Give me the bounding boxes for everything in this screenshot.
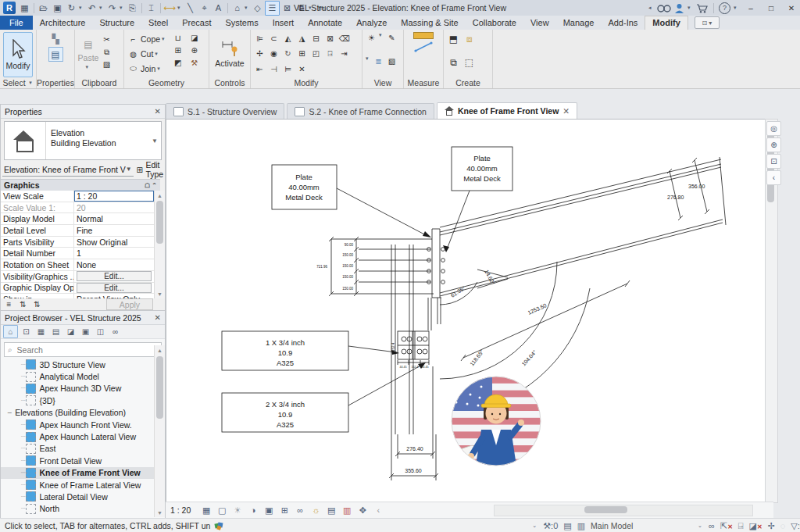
- crop-view-icon[interactable]: ▣: [262, 504, 275, 516]
- trim-corner-icon[interactable]: ⌫: [338, 33, 350, 45]
- scale-icon[interactable]: ◰: [310, 48, 322, 59]
- panel-label-geometry[interactable]: Geometry: [124, 77, 209, 88]
- worksets-panel-icon[interactable]: ▤: [563, 521, 571, 531]
- delete-icon[interactable]: ✕: [296, 63, 308, 75]
- project-browser-close-icon[interactable]: ✕: [155, 313, 161, 322]
- view-tab-close-icon[interactable]: ✕: [562, 106, 570, 116]
- tree-item[interactable]: ┄Analytical Model: [1, 370, 165, 382]
- pin-icon[interactable]: ⍈: [324, 48, 336, 59]
- open-icon[interactable]: 🗁: [37, 2, 50, 15]
- browser-schedules-icon[interactable]: ▤: [49, 326, 62, 337]
- tree-item[interactable]: ┄East: [1, 443, 165, 455]
- dimension-caret-icon[interactable]: ▾: [177, 5, 183, 11]
- properties-palette-icon[interactable]: ▤: [48, 47, 63, 62]
- tree-item[interactable]: ┄Lateral Detail View: [1, 491, 165, 502]
- rotate-icon[interactable]: ↻: [282, 48, 294, 59]
- browser-families-icon[interactable]: ◪: [64, 326, 77, 337]
- steering-wheel-icon[interactable]: ◎: [766, 121, 781, 136]
- active-workset-dropdown[interactable]: Main Model: [591, 521, 692, 530]
- property-row[interactable]: Visibility/Graphics ...Edit...: [1, 271, 154, 283]
- status-caret-icon[interactable]: ⌄: [532, 523, 538, 529]
- tab-architecture[interactable]: Architecture: [33, 16, 93, 30]
- tab-analyze[interactable]: Analyze: [349, 16, 394, 30]
- browser-views-icon[interactable]: ⌂: [3, 325, 18, 338]
- tree-group-elevations[interactable]: −Elevations (Building Elevation): [1, 407, 165, 419]
- properties-scrollbar[interactable]: ▲▼: [154, 191, 165, 298]
- property-row[interactable]: View Scale1 : 20: [1, 191, 154, 202]
- close-button[interactable]: ✕: [783, 1, 800, 16]
- sort-descending-icon[interactable]: ⇅: [31, 298, 43, 310]
- detail-level-icon[interactable]: ▦: [200, 504, 212, 516]
- copy-icon[interactable]: ◉: [268, 48, 280, 59]
- cut-clipboard-icon[interactable]: ✂: [101, 34, 112, 45]
- offset-icon[interactable]: ⊂: [268, 33, 280, 45]
- tab-modify[interactable]: Modify: [645, 16, 688, 30]
- collapse-icon[interactable]: ◂: [648, 5, 654, 11]
- copy-clipboard-icon[interactable]: ⧉: [101, 46, 112, 58]
- tree-item[interactable]: ┄3D Structure View: [1, 359, 165, 370]
- sort-ascending-icon[interactable]: ⇅: [17, 298, 29, 310]
- linework-icon[interactable]: ✎: [386, 32, 398, 44]
- browser-search-box[interactable]: ⌕: [4, 342, 162, 357]
- activate-controls-button[interactable]: Activate: [215, 32, 245, 76]
- hammer-icon[interactable]: ⚒: [188, 57, 200, 69]
- apply-button[interactable]: Apply: [106, 298, 153, 310]
- property-row[interactable]: Scale Value 1:20: [1, 202, 154, 214]
- horizontal-scrollbar[interactable]: [494, 505, 753, 516]
- vcb-expand-icon[interactable]: ‹: [372, 504, 384, 516]
- undo-caret-icon[interactable]: ▾: [99, 5, 105, 11]
- zoom-region-icon[interactable]: ⊡: [766, 154, 781, 169]
- displace-elements-icon[interactable]: ✥: [356, 504, 369, 516]
- type-selector-caret-icon[interactable]: ▼: [152, 122, 161, 159]
- switch-caret-icon[interactable]: ▾: [309, 5, 314, 11]
- view-tab-s1[interactable]: S.1 - Structure Overview: [166, 103, 284, 119]
- property-row[interactable]: Display ModelNormal: [1, 213, 154, 225]
- tree-item[interactable]: ┄Front Detail View: [1, 455, 165, 466]
- tree-item[interactable]: ┄Apex Haunch Lateral View: [1, 430, 165, 442]
- design-options-icon[interactable]: ▥: [577, 521, 585, 531]
- workset-caret-icon[interactable]: ⌄: [698, 523, 703, 529]
- view-tab-active[interactable]: Knee of Frame Front View✕: [437, 102, 577, 119]
- panel-label-clipboard[interactable]: Clipboard: [75, 77, 123, 88]
- tab-annotate[interactable]: Annotate: [301, 16, 349, 30]
- view-scale-control[interactable]: 1 : 20: [170, 505, 191, 515]
- measure-icon[interactable]: ⌶: [145, 2, 158, 15]
- properties-close-icon[interactable]: ✕: [155, 107, 161, 116]
- search-input[interactable]: [16, 345, 158, 355]
- print-icon[interactable]: ⎘: [126, 2, 139, 15]
- tab-collaborate[interactable]: Collaborate: [466, 16, 523, 30]
- mirror-draw-icon[interactable]: ◮: [296, 33, 308, 45]
- trim-extend-icon[interactable]: ⇥: [338, 48, 350, 59]
- tree-item[interactable]: ┄Apex Haunch 3D View: [1, 383, 165, 395]
- view-box-icon[interactable]: ▧: [386, 55, 398, 67]
- redo-icon[interactable]: ↷: [105, 2, 119, 15]
- store-cart-icon[interactable]: [696, 3, 709, 13]
- type-selector[interactable]: Elevation Building Elevation ▼: [4, 121, 162, 160]
- panel-label-properties[interactable]: Properties: [37, 77, 74, 88]
- select-underlay-toggle-icon[interactable]: ⇱✕: [720, 521, 733, 531]
- user-account-icon[interactable]: [674, 3, 684, 13]
- tab-add-ins[interactable]: Add-Ins: [601, 16, 645, 30]
- edit-type-button[interactable]: ⊞ Edit Type: [136, 163, 168, 176]
- cut-profile-icon[interactable]: ≣: [373, 55, 384, 67]
- panel-label-controls[interactable]: Controls: [209, 77, 250, 88]
- view-tab-s2[interactable]: S.2 - Knee of Frame Connection: [287, 103, 434, 119]
- panel-label-view[interactable]: View: [362, 77, 403, 88]
- tab-file[interactable]: File: [0, 16, 33, 30]
- text-icon[interactable]: A: [212, 2, 225, 15]
- lightbulb-icon[interactable]: ☀: [366, 32, 377, 44]
- associate-parameter-icon[interactable]: ≡: [3, 298, 15, 310]
- tree-item-active[interactable]: ┄Knee of Frame Front View: [1, 467, 165, 479]
- panel-label-create[interactable]: Create: [444, 77, 492, 88]
- tab-systems[interactable]: Systems: [218, 16, 265, 30]
- revit-app-button[interactable]: R: [3, 2, 16, 14]
- tree-item[interactable]: ┄Apex Haunch Front View.: [1, 419, 165, 430]
- search-binoculars-icon[interactable]: [657, 3, 671, 13]
- browser-selection-icon[interactable]: ⊡: [20, 326, 33, 337]
- shadows-icon[interactable]: ◑: [247, 504, 259, 516]
- tab-manage[interactable]: Manage: [556, 16, 602, 30]
- trim-single-icon[interactable]: ⊣: [268, 63, 280, 75]
- paint-icon[interactable]: ⊕: [188, 45, 200, 56]
- temporary-hide-icon[interactable]: ∞: [294, 504, 306, 516]
- array-icon[interactable]: ⊞: [296, 48, 308, 59]
